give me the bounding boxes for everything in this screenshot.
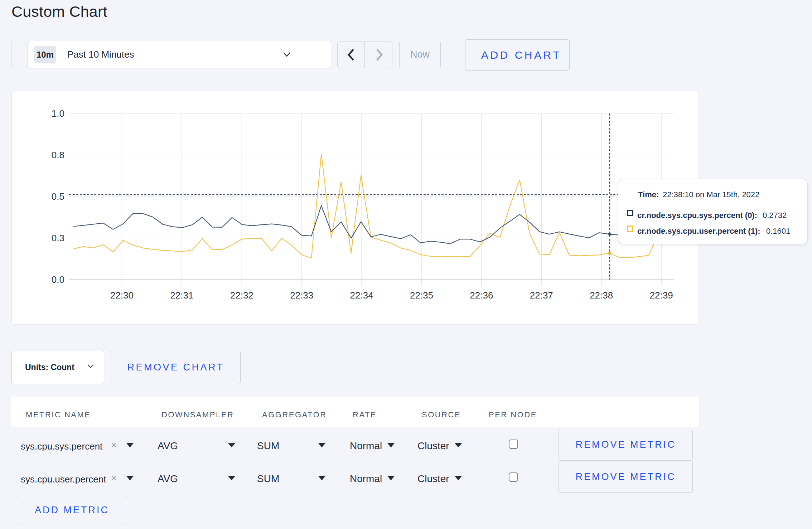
svg-text:22:34: 22:34 xyxy=(350,290,373,301)
svg-text:0.8: 0.8 xyxy=(52,150,64,160)
svg-text:22:33: 22:33 xyxy=(290,290,313,301)
svg-text:22:30: 22:30 xyxy=(110,290,134,301)
svg-text:22:31: 22:31 xyxy=(170,290,193,301)
svg-text:22:39: 22:39 xyxy=(650,290,673,301)
svg-text:22:32: 22:32 xyxy=(230,290,253,301)
svg-text:22:38: 22:38 xyxy=(590,290,613,301)
svg-text:22:37: 22:37 xyxy=(530,290,553,301)
svg-text:0.3: 0.3 xyxy=(52,233,64,243)
svg-text:0.5: 0.5 xyxy=(52,191,64,202)
svg-text:1.0: 1.0 xyxy=(52,108,64,119)
svg-text:0.0: 0.0 xyxy=(52,274,64,285)
svg-text:22:35: 22:35 xyxy=(410,290,433,301)
svg-text:22:36: 22:36 xyxy=(470,290,493,301)
